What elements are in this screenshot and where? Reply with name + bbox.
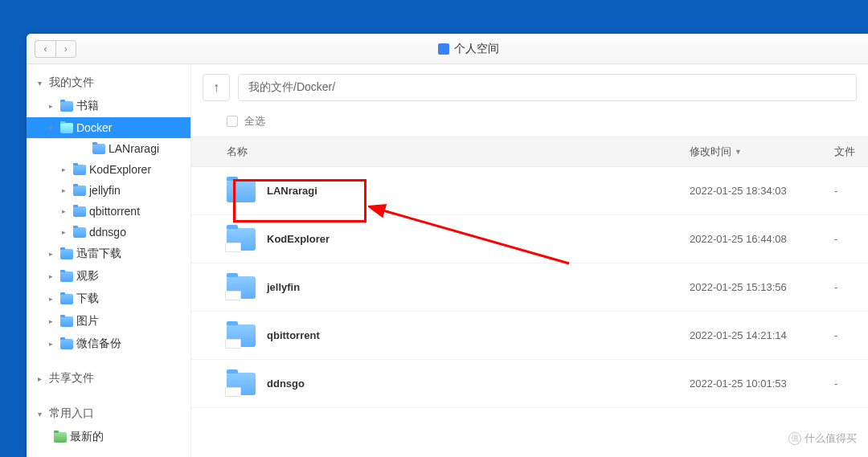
chevron-down-icon: ▾ — [38, 410, 46, 418]
section-label: 常用入口 — [49, 406, 94, 421]
section-label: 共享文件 — [49, 371, 94, 386]
sidebar-item-label: 下载 — [76, 292, 99, 306]
folder-icon — [60, 271, 73, 282]
sidebar-item-watch[interactable]: ▸ 观影 — [27, 265, 190, 288]
chevron-right-icon: ▸ — [62, 186, 70, 194]
nav-back-button[interactable]: ‹ — [35, 40, 55, 58]
folder-icon — [92, 144, 105, 154]
chevron-right-icon: ▸ — [49, 250, 57, 258]
folder-icon — [60, 294, 73, 304]
sidebar-section-shared[interactable]: ▸ 共享文件 — [27, 366, 190, 390]
table-row[interactable]: qbittorrent2022-01-25 14:21:14- — [191, 312, 868, 360]
sidebar-item-label: 观影 — [76, 269, 99, 284]
main-panel: ↑ 全选 名称 修改时间 ▼ 文件 LANraragi2022-01-25 18… — [191, 64, 868, 457]
sidebar-item-download[interactable]: ▸ 下载 — [27, 288, 190, 310]
sidebar-item-label: 迅雷下载 — [76, 247, 121, 261]
checkbox-icon[interactable] — [227, 116, 238, 127]
cell-time: 2022-01-25 10:01:53 — [683, 377, 828, 390]
sidebar-item-xunlei[interactable]: ▸ 迅雷下载 — [27, 243, 190, 265]
sidebar-item-label: jellyfin — [89, 184, 121, 197]
cell-time: 2022-01-25 18:34:03 — [683, 185, 828, 197]
window-tab[interactable]: 个人空间 — [76, 42, 860, 56]
chevron-right-icon: ▸ — [49, 317, 57, 325]
folder-icon — [227, 228, 256, 251]
tab-folder-icon — [438, 43, 449, 55]
cell-name: ddnsgo — [191, 373, 683, 395]
table-row[interactable]: ddnsgo2022-01-25 10:01:53- — [191, 360, 868, 408]
folder-icon — [227, 324, 256, 347]
sidebar-item-label: ddnsgo — [89, 226, 126, 239]
nav-buttons: ‹ › — [35, 40, 76, 58]
window-body: ▾ 我的文件 ▸ 书籍 ▾ Docker LANraragi ▸ K — [27, 64, 868, 457]
chevron-right-icon: ▸ — [62, 228, 70, 236]
table-row[interactable]: LANraragi2022-01-25 18:34:03- — [191, 167, 868, 215]
nav-forward-button[interactable]: › — [55, 40, 76, 58]
sidebar-item-books[interactable]: ▸ 书籍 — [27, 95, 190, 117]
sort-desc-icon: ▼ — [735, 148, 742, 156]
sidebar-section-myfiles[interactable]: ▾ 我的文件 — [27, 71, 190, 95]
column-name[interactable]: 名称 — [191, 137, 683, 166]
sidebar-item-label: Docker — [76, 121, 112, 134]
column-size[interactable]: 文件 — [828, 137, 868, 166]
chevron-right-icon: ▸ — [49, 340, 57, 348]
column-time[interactable]: 修改时间 ▼ — [683, 137, 828, 166]
sidebar-section-quick[interactable]: ▾ 常用入口 — [27, 402, 190, 426]
folder-icon — [73, 227, 86, 238]
folder-icon — [60, 339, 73, 349]
titlebar: ‹ › 个人空间 — [27, 34, 868, 64]
sidebar: ▾ 我的文件 ▸ 书籍 ▾ Docker LANraragi ▸ K — [27, 64, 191, 457]
chevron-right-icon: ▸ — [38, 374, 46, 383]
folder-icon — [73, 165, 86, 175]
chevron-right-icon: ▸ — [49, 102, 57, 110]
select-all-row[interactable]: 全选 — [191, 111, 868, 137]
folder-icon — [73, 206, 86, 217]
cell-size: - — [828, 281, 868, 293]
file-name: KodExplorer — [267, 233, 330, 245]
sidebar-item-qbittorrent[interactable]: ▸ qbittorrent — [27, 201, 190, 222]
table-row[interactable]: KodExplorer2022-01-25 16:44:08- — [191, 215, 868, 263]
chevron-right-icon: ▸ — [49, 272, 57, 280]
folder-icon — [60, 249, 73, 259]
cell-size: - — [828, 185, 868, 197]
folder-icon — [227, 180, 256, 202]
select-all-label: 全选 — [244, 114, 265, 129]
sidebar-item-lanraragi[interactable]: LANraragi — [27, 138, 190, 159]
watermark-icon: 值 — [788, 432, 801, 445]
folder-icon — [73, 186, 86, 196]
sidebar-item-label: LANraragi — [108, 142, 159, 155]
sidebar-item-docker[interactable]: ▾ Docker — [27, 117, 190, 138]
cell-name: qbittorrent — [191, 324, 683, 347]
sidebar-item-jellyfin[interactable]: ▸ jellyfin — [27, 180, 190, 201]
file-name: LANraragi — [267, 185, 317, 197]
cell-size: - — [828, 329, 868, 341]
sidebar-item-label: 微信备份 — [76, 337, 121, 351]
cell-name: LANraragi — [191, 180, 683, 202]
chevron-right-icon: ▸ — [62, 207, 70, 215]
sidebar-item-label: 图片 — [76, 314, 99, 328]
sidebar-item-label: 书籍 — [76, 99, 99, 113]
chevron-down-icon: ▾ — [49, 124, 57, 132]
folder-icon — [60, 101, 73, 112]
cell-size: - — [828, 377, 868, 390]
file-list: LANraragi2022-01-25 18:34:03-KodExplorer… — [191, 167, 868, 408]
tab-label: 个人空间 — [454, 42, 499, 56]
sidebar-item-recent[interactable]: 最新的 — [27, 426, 190, 448]
sidebar-item-kodexplorer[interactable]: ▸ KodExplorer — [27, 159, 190, 180]
sidebar-item-ddnsgo[interactable]: ▸ ddnsgo — [27, 222, 190, 243]
path-input[interactable] — [238, 74, 857, 101]
table-row[interactable]: jellyfin2022-01-25 15:13:56- — [191, 263, 868, 312]
cell-time: 2022-01-25 14:21:14 — [683, 329, 828, 341]
file-name: qbittorrent — [267, 329, 320, 341]
cell-size: - — [828, 233, 868, 245]
cell-name: jellyfin — [191, 276, 683, 299]
up-button[interactable]: ↑ — [203, 74, 230, 101]
sidebar-item-pictures[interactable]: ▸ 图片 — [27, 310, 190, 333]
watermark: 值 什么值得买 — [788, 431, 857, 446]
file-name: ddnsgo — [267, 377, 305, 390]
section-label: 我的文件 — [49, 75, 94, 90]
folder-icon — [60, 316, 73, 327]
sidebar-item-wechat[interactable]: ▸ 微信备份 — [27, 333, 190, 355]
cell-time: 2022-01-25 16:44:08 — [683, 233, 828, 245]
sidebar-item-label: qbittorrent — [89, 205, 140, 218]
folder-icon — [227, 373, 256, 395]
